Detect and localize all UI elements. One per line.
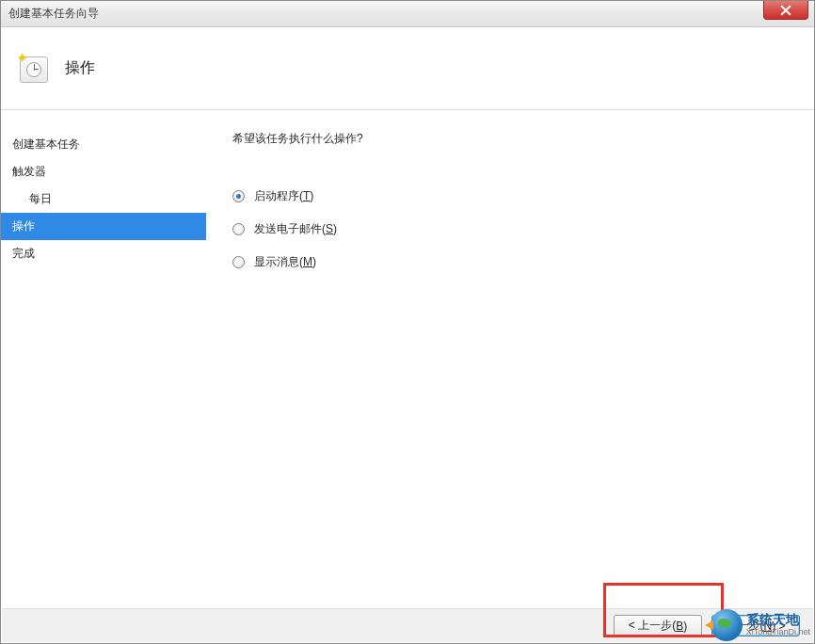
arrow-icon bbox=[705, 620, 713, 630]
prompt-text: 希望该任务执行什么操作? bbox=[232, 131, 795, 147]
titlebar: 创建基本任务向导 bbox=[1, 1, 814, 27]
task-scheduler-icon: ✦ bbox=[16, 51, 52, 87]
back-button[interactable]: < 上一步(B) bbox=[614, 615, 702, 636]
watermark: 系统天地 XiTongTianDi.net bbox=[707, 607, 814, 643]
wizard-window: 创建基本任务向导 ✦ 操作 创建基本任务 触发器 每日 bbox=[0, 0, 815, 644]
window-title: 创建基本任务向导 bbox=[8, 6, 99, 22]
globe-icon bbox=[711, 609, 743, 641]
body: 创建基本任务 触发器 每日 操作 完成 希望该任务执行什么操作? 启动程序(T) bbox=[1, 110, 814, 609]
radio-label: 启动程序(T) bbox=[254, 188, 313, 204]
sidebar-item-finish[interactable]: 完成 bbox=[1, 240, 206, 267]
close-button[interactable] bbox=[763, 1, 808, 20]
watermark-url: XiTongTianDi.net bbox=[746, 628, 810, 637]
sidebar-item-label: 每日 bbox=[29, 192, 52, 205]
option-display-message[interactable]: 显示消息(M) bbox=[232, 254, 795, 270]
radio-icon bbox=[232, 190, 245, 202]
content-pane: 希望该任务执行什么操作? 启动程序(T) 发送电子邮件(S) 显示消息(M) bbox=[206, 110, 814, 609]
page-title: 操作 bbox=[65, 58, 95, 78]
watermark-title: 系统天地 bbox=[746, 613, 810, 627]
header: ✦ 操作 bbox=[1, 27, 814, 110]
sidebar-item-trigger[interactable]: 触发器 bbox=[1, 158, 206, 185]
radio-icon bbox=[232, 223, 245, 235]
option-start-program[interactable]: 启动程序(T) bbox=[232, 188, 795, 204]
sidebar-item-label: 完成 bbox=[12, 247, 35, 260]
sidebar-item-label: 创建基本任务 bbox=[12, 137, 80, 151]
radio-label: 发送电子邮件(S) bbox=[254, 221, 337, 237]
radio-icon bbox=[232, 256, 245, 268]
sidebar: 创建基本任务 触发器 每日 操作 完成 bbox=[1, 110, 206, 609]
sidebar-item-create-task[interactable]: 创建基本任务 bbox=[1, 131, 206, 158]
sidebar-item-label: 操作 bbox=[12, 219, 35, 233]
sidebar-item-daily[interactable]: 每日 bbox=[1, 185, 206, 213]
sidebar-item-label: 触发器 bbox=[12, 165, 46, 178]
close-icon bbox=[780, 5, 791, 16]
footer: < 上一步(B) 下一步(N) > bbox=[2, 608, 813, 642]
sidebar-item-action[interactable]: 操作 bbox=[1, 213, 206, 240]
option-send-email[interactable]: 发送电子邮件(S) bbox=[232, 221, 795, 237]
radio-label: 显示消息(M) bbox=[254, 254, 316, 270]
